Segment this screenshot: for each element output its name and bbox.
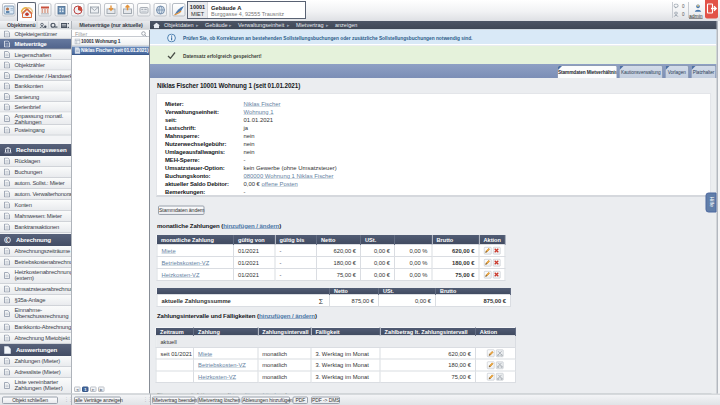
svg-text:€: €: [6, 238, 9, 243]
